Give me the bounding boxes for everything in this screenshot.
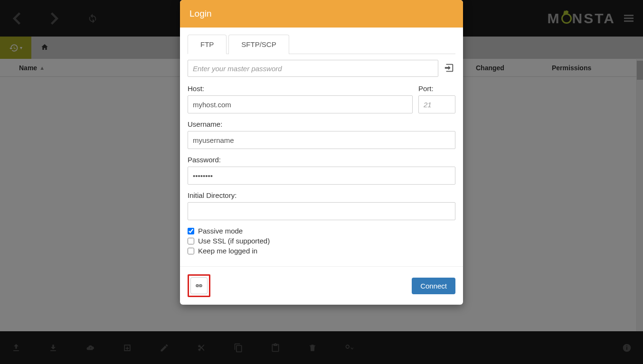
ssl-label: Use SSL (if supported) — [198, 237, 270, 245]
tab-sftp[interactable]: SFTP/SCP — [228, 35, 289, 54]
remember-label: Keep me logged in — [198, 247, 257, 255]
remember-checkbox[interactable] — [188, 248, 194, 254]
port-label: Port: — [418, 84, 455, 93]
ssl-checkbox[interactable] — [188, 238, 194, 244]
username-label: Username: — [188, 120, 455, 128]
passive-label: Passive mode — [198, 227, 243, 235]
login-tabs: FTP SFTP/SCP — [188, 34, 455, 54]
host-label: Host: — [188, 84, 413, 93]
port-input[interactable] — [418, 95, 455, 113]
passive-checkbox[interactable] — [188, 228, 194, 234]
link-button-highlight — [188, 274, 210, 297]
username-input[interactable] — [188, 131, 455, 149]
link-button[interactable] — [190, 277, 208, 294]
initial-directory-input[interactable] — [188, 202, 455, 220]
signin-icon[interactable] — [443, 63, 455, 75]
tab-ftp[interactable]: FTP — [188, 35, 227, 54]
password-label: Password: — [188, 156, 455, 164]
login-modal: Login FTP SFTP/SCP Host: Port: Username: — [180, 0, 463, 305]
initial-directory-label: Initial Directory: — [188, 191, 455, 199]
connect-button[interactable]: Connect — [412, 278, 455, 294]
password-input[interactable] — [188, 167, 455, 185]
host-input[interactable] — [188, 95, 413, 113]
master-password-input[interactable] — [188, 60, 438, 77]
modal-title: Login — [180, 0, 463, 28]
